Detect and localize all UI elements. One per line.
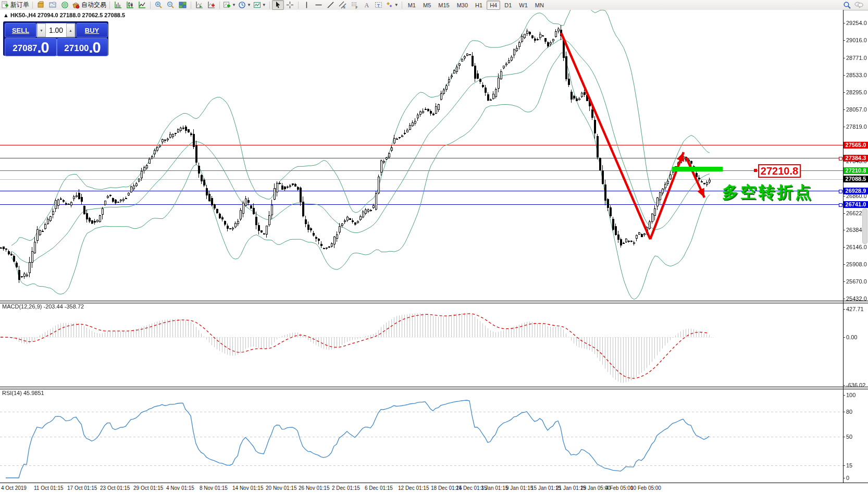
volume-decrease-button[interactable]: ▼ (37, 23, 46, 37)
toolbar-button-label: 自动交易 (81, 1, 106, 9)
rsi-tick-label: 15 (846, 462, 852, 469)
volume-stepper[interactable]: ▼ 1.00 ▲ (36, 23, 76, 38)
volume-value[interactable]: 1.00 (46, 26, 66, 34)
strategy-signal-button[interactable] (59, 0, 71, 10)
timeframe-mn-button[interactable]: MN (532, 1, 547, 10)
buy-price-int: 27100 (64, 42, 89, 55)
panel-divider[interactable] (0, 301, 868, 303)
shapes-icon (386, 1, 393, 9)
symbol-ohlc-text: HK50-,H4 27094.0 27188.0 27062.5 27088.5 (10, 12, 125, 18)
market-watch-button[interactable] (35, 0, 47, 10)
zoom-out-button[interactable] (165, 0, 177, 10)
cursor-button[interactable] (272, 0, 284, 10)
new-order-button[interactable]: 新订单 (0, 0, 30, 10)
price-tick-label: 26146.0 (846, 244, 867, 250)
new-chart-button[interactable] (205, 0, 217, 10)
buy-price[interactable]: 27100.0 (57, 38, 108, 56)
macd-label: MACD(12,26,9) -203.44 -358.72 (2, 303, 84, 310)
fibonacci-icon: F (351, 1, 358, 9)
toolbar-separator (298, 2, 299, 9)
sell-button[interactable]: SELL (5, 23, 36, 38)
scrollbar-thumb[interactable] (862, 208, 867, 244)
mt4-window: 新订单自动交易▼▼▼EFAT▼M1M5M15M30H1H4D1W1MN ▲ HK… (0, 0, 868, 493)
tile-windows-icon (179, 1, 187, 9)
time-tick-label: 2 Dec 01:15 (332, 485, 360, 491)
template-icon (253, 1, 261, 9)
price-level-tag: 26741.0 (844, 201, 868, 208)
hline-handle[interactable] (839, 190, 842, 193)
main-chart-canvas[interactable] (0, 10, 843, 301)
horizontal-line-icon (315, 1, 323, 9)
axis-tick (843, 92, 845, 93)
toolbar-separator (269, 2, 270, 9)
macd-panel-canvas[interactable] (0, 302, 843, 387)
green-resistance-zone[interactable] (672, 167, 723, 171)
profiles-button[interactable]: ▼ (222, 0, 237, 10)
timeframe-m30-button[interactable]: M30 (454, 1, 471, 10)
horizontal-line-button[interactable] (313, 0, 325, 10)
timeframe-d1-button[interactable]: D1 (501, 1, 515, 10)
tile-windows-button[interactable] (177, 0, 189, 10)
candlestick-chart-button[interactable] (124, 0, 136, 10)
data-window-button[interactable] (47, 0, 59, 10)
hline-handle[interactable] (839, 203, 842, 207)
volume-increase-button[interactable]: ▲ (66, 23, 75, 37)
search-icon (843, 1, 851, 9)
line-chart-button[interactable] (136, 0, 148, 10)
time-tick-label: 14 Nov 01:15 (232, 485, 264, 491)
price-annotation-box[interactable]: 27210.8 (758, 164, 801, 178)
period-button[interactable]: ▼ (237, 0, 252, 10)
price-tick-label: 28533.0 (846, 72, 867, 78)
price-level-tag: 26928.9 (844, 188, 868, 194)
new-chart-icon (207, 1, 215, 9)
time-tick-label: 11 Oct 01:15 (34, 485, 64, 491)
period-icon (238, 1, 246, 9)
price-tick-label: 27819.0 (846, 124, 867, 130)
price-tick-label: 29016.0 (846, 37, 867, 43)
buy-button[interactable]: BUY (76, 23, 108, 38)
text-button[interactable]: A (361, 0, 373, 10)
toolbar-separator (402, 2, 402, 9)
vertical-line-button[interactable] (301, 0, 313, 10)
shapes-button[interactable]: ▼ (385, 0, 400, 10)
timeframe-m1-button[interactable]: M1 (405, 1, 419, 10)
hline-handle[interactable] (839, 157, 842, 161)
svg-text:T: T (377, 3, 380, 8)
trendline-button[interactable] (325, 0, 337, 10)
bar-chart-button[interactable] (112, 0, 124, 10)
timeframe-m5-button[interactable]: M5 (420, 1, 434, 10)
panel-divider[interactable] (0, 387, 868, 389)
text-icon: A (363, 1, 370, 9)
toolbar-separator (32, 2, 33, 9)
dropdown-arrow-icon: ▼ (247, 3, 251, 7)
collapse-arrow-icon[interactable]: ▲ (3, 12, 9, 18)
rsi-tick-label: 50 (846, 434, 852, 440)
timeframe-m15-button[interactable]: M15 (435, 1, 452, 10)
search-button[interactable] (841, 0, 853, 10)
axis-tick (843, 437, 845, 437)
price-box-handle[interactable] (754, 169, 757, 172)
pivot-annotation-text[interactable]: 多空转折点 (722, 181, 813, 203)
timeframe-w1-button[interactable]: W1 (516, 1, 531, 10)
rsi-panel-canvas[interactable] (0, 388, 843, 483)
text-label-button[interactable]: T (373, 0, 385, 10)
zoom-in-button[interactable] (153, 0, 165, 10)
sell-price[interactable]: 27087.0 (5, 38, 57, 56)
chat-button[interactable] (853, 0, 865, 10)
crosshair-button[interactable] (284, 0, 296, 10)
timeframe-h1-button[interactable]: H1 (472, 1, 486, 10)
svg-text:E: E (343, 6, 345, 9)
template-button[interactable]: ▼ (252, 0, 267, 10)
timeframe-h4-button[interactable]: H4 (487, 1, 500, 10)
fibonacci-button[interactable]: F (349, 0, 361, 10)
price-tick-label: 25908.0 (846, 261, 867, 267)
axis-tick (843, 337, 845, 338)
auto-trading-button[interactable]: 自动交易 (71, 0, 107, 10)
strategy-tester-icon (195, 1, 203, 9)
axis-tick (843, 264, 845, 265)
axis-tick (843, 58, 845, 58)
channel-button[interactable]: E (337, 0, 349, 10)
price-level-tag: 27210.8 (844, 167, 868, 174)
rsi-tick-label: 100 (846, 392, 855, 398)
strategy-tester-button[interactable] (193, 0, 205, 10)
